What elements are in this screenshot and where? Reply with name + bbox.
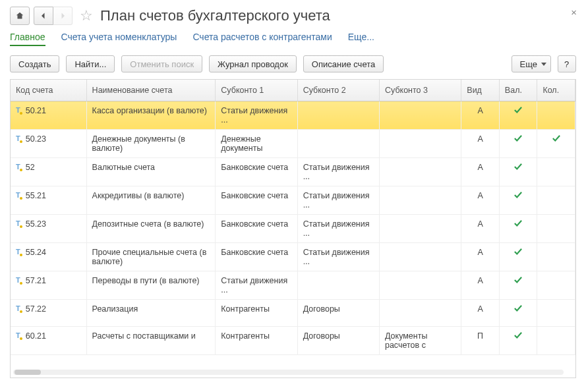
home-button[interactable]	[10, 7, 30, 25]
cell-code: 55.24	[26, 248, 46, 257]
help-button[interactable]: ?	[558, 55, 576, 72]
col-header-val[interactable]: Вал.	[499, 80, 537, 101]
table-row[interactable]: T57.21Переводы в пути (в валюте)Статьи д…	[11, 271, 575, 300]
table-row[interactable]: T60.21Расчеты с поставщиками иКонтрагент…	[11, 327, 575, 355]
tab-more[interactable]: Еще...	[348, 32, 374, 46]
cell-code: 50.21	[26, 106, 46, 115]
nav-back-button[interactable]	[34, 7, 53, 25]
cell-type: А	[461, 186, 500, 215]
cell-sub2: Статьи движения ...	[297, 158, 379, 186]
find-button[interactable]: Найти...	[66, 55, 115, 72]
cell-qty	[537, 130, 575, 158]
tab-main[interactable]: Главное	[10, 32, 45, 46]
cell-sub1: Контрагенты	[216, 327, 297, 355]
account-icon: T	[16, 219, 20, 227]
cell-sub1: Банковские счета	[216, 186, 297, 215]
cell-sub1: Статьи движения ...	[216, 101, 297, 130]
col-header-sub1[interactable]: Субконто 1	[216, 80, 297, 101]
cell-sub1: Банковские счета	[216, 215, 297, 243]
cell-sub3	[379, 158, 461, 186]
account-icon: T	[16, 106, 20, 114]
table-row[interactable]: T55.21Аккредитивы (в валюте)Банковские с…	[11, 186, 575, 215]
cell-sub2	[297, 271, 379, 300]
more-label: Еще	[520, 59, 537, 69]
check-icon	[513, 276, 523, 284]
cell-val	[499, 243, 537, 271]
table-row[interactable]: T55.23Депозитные счета (в валюте)Банковс…	[11, 215, 575, 243]
table-header-row: Код счета Наименование счета Субконто 1 …	[11, 80, 575, 101]
create-button[interactable]: Создать	[10, 55, 59, 72]
cell-type: А	[461, 158, 500, 186]
journal-button[interactable]: Журнал проводок	[209, 55, 297, 72]
cell-sub2: Договоры	[297, 300, 379, 327]
nav-forward-button[interactable]	[53, 7, 73, 25]
arrow-right-icon	[59, 12, 67, 20]
account-icon: T	[16, 276, 20, 284]
accounts-table: Код счета Наименование счета Субконто 1 …	[11, 80, 575, 355]
check-icon	[513, 304, 523, 312]
table-row[interactable]: T57.22РеализацияКонтрагентыДоговорыА	[11, 300, 575, 327]
table-row[interactable]: T52Валютные счетаБанковские счетаСтатьи …	[11, 158, 575, 186]
cell-val	[499, 101, 537, 130]
cell-name: Валютные счета	[86, 158, 216, 186]
cell-code: 55.23	[26, 219, 46, 229]
col-header-type[interactable]: Вид	[461, 80, 500, 101]
cell-name: Реализация	[86, 300, 216, 327]
cell-qty	[537, 158, 575, 186]
cell-sub3	[379, 130, 461, 158]
check-icon	[513, 191, 523, 199]
cell-val	[499, 215, 537, 243]
cell-type: А	[461, 271, 500, 300]
cell-code: 60.21	[26, 331, 46, 341]
account-icon: T	[16, 191, 20, 199]
cell-sub3	[379, 101, 461, 130]
cell-name: Прочие специальные счета (в валюте)	[86, 243, 216, 271]
col-header-sub2[interactable]: Субконто 2	[297, 80, 379, 101]
more-menu-button[interactable]: Еще	[512, 55, 551, 72]
chevron-down-icon	[541, 63, 546, 66]
col-header-code[interactable]: Код счета	[11, 80, 86, 101]
check-icon	[513, 163, 523, 171]
cell-type: А	[461, 243, 500, 271]
cell-sub3	[379, 186, 461, 215]
close-button[interactable]: ×	[571, 7, 577, 18]
check-icon	[552, 134, 561, 142]
cell-type: А	[461, 215, 500, 243]
check-icon	[513, 248, 523, 256]
table-row[interactable]: T50.23Денежные документы (в валюте)Денеж…	[11, 130, 575, 158]
cell-type: А	[461, 300, 500, 327]
col-header-name[interactable]: Наименование счета	[86, 80, 216, 101]
tab-contragents[interactable]: Счета расчетов с контрагентами	[192, 32, 332, 46]
cell-val	[499, 186, 537, 215]
table-row[interactable]: T55.24Прочие специальные счета (в валюте…	[11, 243, 575, 271]
account-icon: T	[16, 248, 20, 256]
horizontal-scrollbar[interactable]	[13, 370, 564, 375]
col-header-sub3[interactable]: Субконто 3	[379, 80, 461, 101]
check-icon	[513, 219, 523, 227]
scrollbar-thumb[interactable]	[15, 370, 41, 375]
tab-nomenclature[interactable]: Счета учета номенклатуры	[61, 32, 177, 46]
cell-sub1: Банковские счета	[216, 243, 297, 271]
cell-code: 55.21	[26, 191, 46, 200]
check-icon	[513, 331, 523, 339]
cell-sub3	[379, 300, 461, 327]
cell-sub2: Статьи движения ...	[297, 186, 379, 215]
cell-code: 52	[26, 163, 35, 172]
titlebar: ☆ План счетов бухгалтерского учета	[10, 7, 576, 25]
col-header-qty[interactable]: Кол.	[537, 80, 575, 101]
table-row[interactable]: T50.21Касса организации (в валюте)Статьи…	[11, 101, 575, 130]
cell-sub2: Статьи движения ...	[297, 215, 379, 243]
cell-val	[499, 158, 537, 186]
check-icon	[513, 134, 523, 142]
cell-qty	[537, 243, 575, 271]
account-icon: T	[16, 331, 20, 339]
description-button[interactable]: Описание счета	[303, 55, 384, 72]
cell-qty	[537, 300, 575, 327]
cell-qty	[537, 327, 575, 355]
arrow-left-icon	[40, 12, 47, 20]
cell-name: Денежные документы (в валюте)	[86, 130, 216, 158]
cell-sub3	[379, 243, 461, 271]
cell-name: Депозитные счета (в валюте)	[86, 215, 216, 243]
favorite-star-icon[interactable]: ☆	[79, 9, 94, 23]
cell-name: Переводы в пути (в валюте)	[86, 271, 216, 300]
